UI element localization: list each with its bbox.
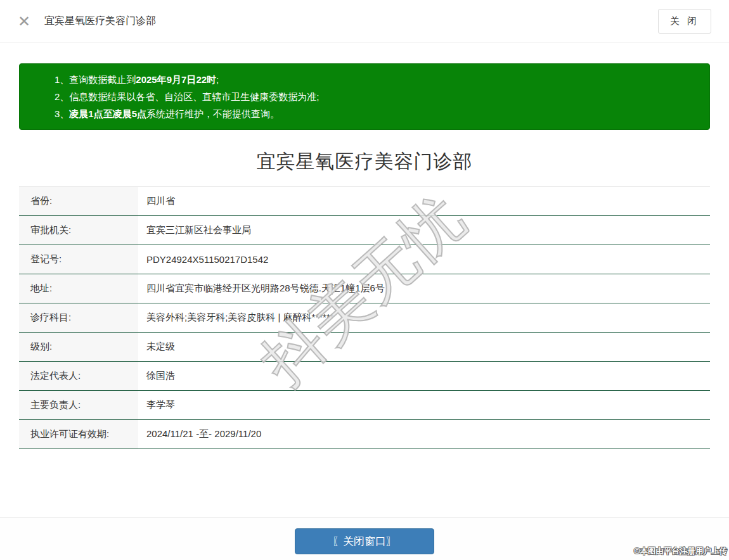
row-label: 级别: (19, 333, 138, 361)
close-window-button[interactable]: 〖关闭窗口〗 (295, 528, 434, 554)
row-value: 未定级 (138, 333, 710, 361)
info-table: 省份: 四川省 审批机关: 宜宾三江新区社会事业局 登记号: PDY24924X… (19, 186, 710, 449)
notice-line-1-bold: 2025年9月7日22时 (136, 74, 216, 85)
table-row: 主要负责人: 李学琴 (19, 391, 710, 420)
table-row: 登记号: PDY24924X51150217D1542 (19, 245, 710, 274)
notice-line-2: 2、信息数据结果以各省、自治区、直辖市卫生健康委数据为准; (55, 88, 697, 105)
table-row: 执业许可证有效期: 2024/11/21 -至- 2029/11/20 (19, 420, 710, 449)
row-value: 李学琴 (138, 391, 710, 419)
header: ✕ 宜宾星氧医疗美容门诊部 关 闭 (0, 0, 729, 43)
notice-line-2-num: 2、 (55, 91, 69, 102)
table-row: 省份: 四川省 (19, 187, 710, 216)
row-label: 执业许可证有效期: (19, 420, 138, 449)
row-label: 登记号: (19, 245, 138, 274)
table-row: 审批机关: 宜宾三江新区社会事业局 (19, 216, 710, 245)
row-label: 地址: (19, 274, 138, 303)
row-value: 2024/11/21 -至- 2029/11/20 (138, 420, 710, 449)
table-row: 诊疗科目: 美容外科;美容牙科;美容皮肤科 | 麻醉科****** (19, 303, 710, 333)
row-value: 四川省 (138, 187, 710, 215)
row-value: 宜宾三江新区社会事业局 (138, 216, 710, 245)
notice-line-3: 3、凌晨1点至凌晨5点系统进行维护，不能提供查询。 (55, 105, 697, 122)
close-icon[interactable]: ✕ (18, 14, 30, 29)
notice-line-3-post: 系统进行维护，不能提供查询。 (146, 108, 280, 119)
notice-banner: 1、查询数据截止到2025年9月7日22时; 2、信息数据结果以各省、自治区、直… (19, 63, 710, 130)
row-value: 美容外科;美容牙科;美容皮肤科 | 麻醉科****** (138, 303, 710, 332)
row-label: 省份: (19, 187, 138, 215)
notice-line-3-num: 3、 (55, 108, 69, 119)
table-row: 地址: 四川省宜宾市临港经开区光明路28号锐德.天汇1幢1层6号 (19, 274, 710, 303)
notice-line-3-bold: 凌晨1点至凌晨5点 (69, 108, 146, 119)
row-label: 法定代表人: (19, 362, 138, 390)
table-row: 法定代表人: 徐国浩 (19, 362, 710, 391)
notice-line-2-pre: 信息数据结果以各省、自治区、直辖市卫生健康委数据为准; (69, 91, 319, 102)
page-title: 宜宾星氧医疗美容门诊部 (0, 149, 729, 175)
notice-line-1-post: ; (216, 74, 219, 85)
row-value: 四川省宜宾市临港经开区光明路28号锐德.天汇1幢1层6号 (138, 274, 710, 303)
notice-line-1-pre: 查询数据截止到 (69, 74, 136, 85)
row-value: PDY24924X51150217D1542 (138, 245, 710, 274)
notice-line-1: 1、查询数据截止到2025年9月7日22时; (55, 71, 697, 88)
copyright-watermark: ©本图由平台注册用户上传 (634, 546, 727, 557)
notice-line-1-num: 1、 (55, 74, 69, 85)
row-value: 徐国浩 (138, 362, 710, 390)
footer: 〖关闭窗口〗 (0, 517, 729, 560)
row-label: 主要负责人: (19, 391, 138, 419)
close-button[interactable]: 关 闭 (658, 9, 711, 34)
window-title: 宜宾星氧医疗美容门诊部 (44, 15, 156, 28)
row-label: 诊疗科目: (19, 303, 138, 332)
table-row: 级别: 未定级 (19, 333, 710, 362)
row-label: 审批机关: (19, 216, 138, 245)
